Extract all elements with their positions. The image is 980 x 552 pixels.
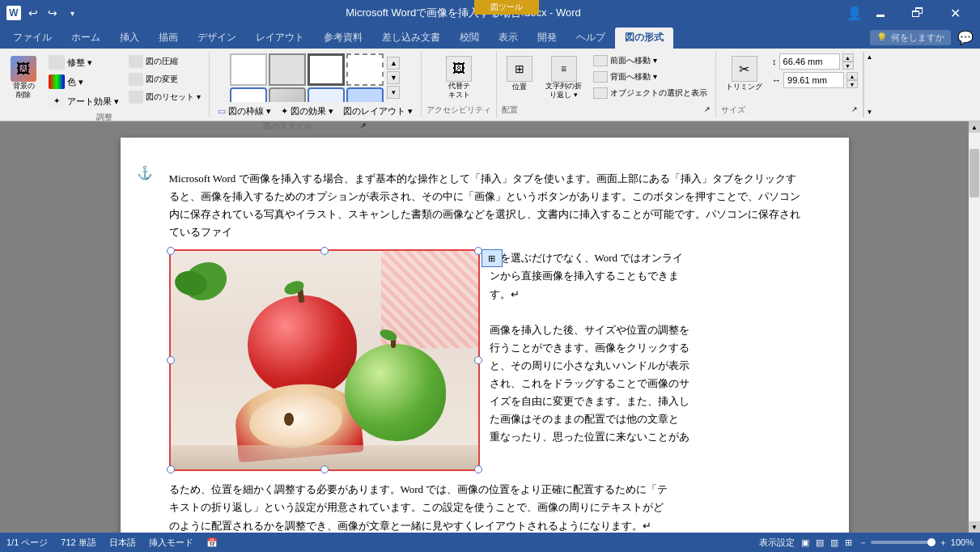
style-item-8[interactable] <box>346 87 384 102</box>
height-icon: ↕ <box>772 57 777 66</box>
back-icon <box>593 71 608 83</box>
tab-draw[interactable]: 描画 <box>149 28 188 49</box>
tab-review[interactable]: 校閲 <box>450 28 489 49</box>
resize-handle-ml[interactable] <box>167 356 175 364</box>
pic-layout-button[interactable]: 図のレイアウト ▾ <box>340 104 416 119</box>
resize-handle-mr[interactable] <box>474 356 482 364</box>
page-indicator[interactable]: 1/1 ページ <box>6 537 48 549</box>
doc-image-container[interactable]: ⊞ <box>169 249 480 471</box>
style-item-1[interactable] <box>230 53 267 86</box>
style-item-4[interactable] <box>346 53 384 86</box>
word-count[interactable]: 712 単語 <box>61 537 95 549</box>
calendar-icon[interactable]: 📅 <box>206 537 218 548</box>
height-up[interactable]: ▲ <box>842 53 854 62</box>
doc-text-right: ルを選ぶだけでなく、Word ではオンライ ンから直接画像を挿入することもできま… <box>490 249 689 478</box>
zoom-slider[interactable] <box>871 541 935 544</box>
tab-home[interactable]: ホーム <box>62 28 110 49</box>
style-item-3[interactable] <box>308 53 345 86</box>
size-label: サイズ <box>721 103 745 116</box>
user-icon[interactable]: 👤 <box>847 6 862 20</box>
close-button[interactable]: ✕ <box>936 0 974 26</box>
tab-developer[interactable]: 開発 <box>528 28 566 49</box>
alt-text-button[interactable]: 🖼 代替テキスト <box>441 53 477 102</box>
style-item-7[interactable] <box>308 87 345 102</box>
tab-view[interactable]: 表示 <box>489 28 528 49</box>
effect-icon: ✦ <box>281 106 288 117</box>
ribbon-group-styles: ▲ ▼ ▾ ▭ 図の枠線 ▾ ✦ 図の効果 ▾ 図のレイアウト ▾ 図のスタイル… <box>210 52 422 117</box>
width-input[interactable] <box>783 72 844 88</box>
minimize-button[interactable]: 🗕 <box>862 0 899 26</box>
fix-button[interactable]: 修整 ▾ <box>45 53 122 71</box>
ribbon-scroll-up[interactable]: ▲ <box>867 53 873 61</box>
restore-button[interactable]: 🗗 <box>899 0 936 26</box>
gallery-up[interactable]: ▲ <box>387 57 400 70</box>
wrap-menu-icon[interactable]: ⊞ <box>482 249 503 267</box>
gallery-more[interactable]: ▾ <box>387 86 400 99</box>
scroll-thumb[interactable] <box>969 149 979 197</box>
compress-button[interactable]: 図の圧縮 <box>125 53 204 70</box>
ribbon-scroll: ▲ ▼ <box>863 52 875 117</box>
select-objects-button[interactable]: オブジェクトの選択と表示 <box>590 86 711 100</box>
undo-button[interactable]: ↩ <box>26 6 40 20</box>
send-back-button[interactable]: 背面へ移動 ▾ <box>590 70 711 84</box>
tab-layout[interactable]: レイアウト <box>246 28 314 49</box>
doc-area: ⚓ Microsoft Word で画像を挿入する場合、まず基本的な操作として「… <box>0 121 980 533</box>
border-icon: ▭ <box>218 106 226 117</box>
resize-handle-tm[interactable] <box>320 247 329 255</box>
window-title: Microsoft Wordで画像を挿入する場合.docx - Word <box>79 6 847 20</box>
style-item-6[interactable] <box>269 87 306 102</box>
comments-icon[interactable]: 💬 <box>957 30 974 45</box>
tab-help[interactable]: ヘルプ <box>566 28 615 49</box>
zoom-in-button[interactable]: ＋ <box>939 537 948 549</box>
reset-pic-button[interactable]: 図のリセット ▾ <box>125 89 204 105</box>
pic-border-button[interactable]: ▭ 図の枠線 ▾ <box>214 104 274 119</box>
arrange-expand[interactable]: ↗ <box>704 105 711 113</box>
trim-button[interactable]: ✂ トリミング <box>721 53 767 95</box>
tab-design[interactable]: デザイン <box>188 28 246 49</box>
tab-references[interactable]: 参考資料 <box>314 28 372 49</box>
bg-remove-button[interactable]: 🖼 背景の削除 <box>5 53 42 102</box>
color-button[interactable]: 色 ▾ <box>45 73 122 91</box>
insert-mode[interactable]: 挿入モード <box>149 537 193 549</box>
trim-icon: ✂ <box>732 56 757 82</box>
size-expand[interactable]: ↗ <box>851 105 858 113</box>
redo-button[interactable]: ↪ <box>45 6 60 20</box>
width-up[interactable]: ▲ <box>846 72 858 80</box>
style-item-5[interactable] <box>230 87 267 102</box>
scroll-down-button[interactable]: ▼ <box>969 521 980 533</box>
tab-file[interactable]: ファイル <box>3 28 62 49</box>
view-extra-icon[interactable]: ⊞ <box>845 537 852 548</box>
resize-handle-tl[interactable] <box>167 247 175 255</box>
display-settings[interactable]: 表示設定 <box>759 537 795 549</box>
bring-forward-button[interactable]: 前面へ移動 ▾ <box>590 53 711 68</box>
view-web-icon[interactable]: ▤ <box>816 537 824 548</box>
art-effect-button[interactable]: ✦ アート効果 ▾ <box>45 92 122 110</box>
pic-effect-button[interactable]: ✦ 図の効果 ▾ <box>278 104 337 119</box>
resize-handle-bm[interactable] <box>320 465 329 473</box>
resize-handle-br[interactable] <box>474 465 482 473</box>
ribbon-search[interactable]: 💡 何をしますか <box>870 30 951 45</box>
view-reader-icon[interactable]: ▥ <box>830 537 838 548</box>
language-indicator[interactable]: 日本語 <box>109 537 136 549</box>
wrap-text-button[interactable]: ≡ 文字列の折り返し ▾ <box>541 53 587 102</box>
resize-handle-bl[interactable] <box>167 465 175 473</box>
scroll-up-button[interactable]: ▲ <box>969 121 980 133</box>
height-down[interactable]: ▼ <box>842 62 854 70</box>
ribbon-scroll-down[interactable]: ▼ <box>867 108 873 116</box>
ribbon-group-size: ✂ トリミング ↕ ▲ ▼ ↔ ▲ ▼ <box>716 52 863 117</box>
arrange-label: 配置 <box>502 103 518 116</box>
zoom-out-button[interactable]: － <box>859 537 868 549</box>
style-item-2[interactable] <box>269 53 306 86</box>
tab-insert[interactable]: 挿入 <box>110 28 149 49</box>
width-down[interactable]: ▼ <box>846 80 858 88</box>
tab-mailings[interactable]: 差し込み文書 <box>372 28 450 49</box>
change-pic-button[interactable]: 図の変更 <box>125 71 204 87</box>
position-button[interactable]: ⊞ 位置 <box>502 53 537 95</box>
scroll-track[interactable] <box>969 133 980 521</box>
customize-button[interactable]: ▾ <box>65 6 79 20</box>
tab-picture-format[interactable]: 図の形式 <box>615 28 673 49</box>
height-input[interactable] <box>779 53 840 70</box>
gallery-down[interactable]: ▼ <box>387 71 400 84</box>
view-normal-icon[interactable]: ▣ <box>801 537 809 548</box>
doc-scroll[interactable]: ⚓ Microsoft Word で画像を挿入する場合、まず基本的な操作として「… <box>0 121 969 533</box>
